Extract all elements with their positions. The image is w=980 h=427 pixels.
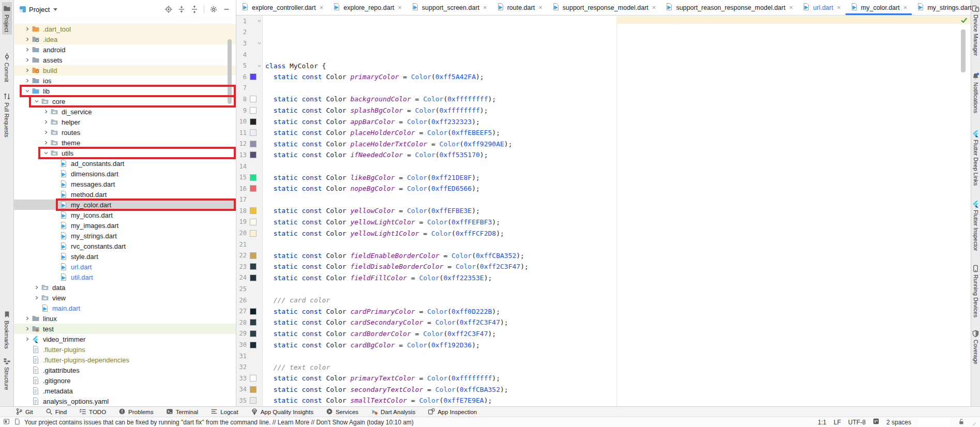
tree-item-linux[interactable]: linux [14,313,236,324]
inspection-ok-check-icon[interactable] [960,17,968,25]
tree-item-dimensions-dart[interactable]: dimensions.dart [14,169,236,179]
tree-item-utils[interactable]: utils [14,148,236,158]
color-preview-swatch[interactable] [250,129,257,136]
chevron-down-icon[interactable] [23,87,32,95]
chevron-right-icon[interactable] [23,45,32,54]
tree-item-my-images-dart[interactable]: my_images.dart [14,220,236,231]
chevron-right-icon[interactable] [33,283,41,292]
chevron-down-icon[interactable] [53,8,57,11]
tree-item-gitignore[interactable]: .gitignore [14,375,236,386]
color-preview-swatch[interactable] [250,73,257,80]
editor-info-icon[interactable] [873,418,879,426]
tool-strip-item-project[interactable]: Project [2,2,12,35]
tree-item-lib[interactable]: lib [14,86,236,96]
tree-item-dart-tool[interactable]: .dart_tool [14,24,236,34]
collapse-all-icon[interactable] [176,4,187,14]
tree-item-main-dart[interactable]: main.dart [14,303,236,313]
tree-item-url-dart[interactable]: url.dart [14,262,236,272]
chevron-right-icon[interactable] [42,108,50,116]
tree-item-helper[interactable]: helper [14,117,236,127]
tree-item-idea[interactable]: .idea [14,34,236,44]
color-preview-swatch[interactable] [250,263,257,270]
color-preview-swatch[interactable] [250,308,257,315]
line-ending[interactable]: LF [834,419,841,426]
tool-strip-item-coverage[interactable]: Coverage [971,327,980,367]
chevron-down-icon[interactable] [33,97,41,105]
color-preview-swatch[interactable] [250,151,257,158]
tool-strip-item-bookmarks[interactable]: Bookmarks [2,308,12,352]
tool-window-button-terminal[interactable]: Terminal [166,408,198,416]
tree-item-messages-dart[interactable]: messages.dart [14,179,236,189]
color-preview-swatch[interactable] [250,330,257,337]
tool-strip-item-flutter-inspector[interactable]: Flutter Inspector [971,197,980,253]
editor-scrollbar[interactable] [961,29,966,72]
tree-item-analysis-options-yaml[interactable]: analysis_options.yaml [14,396,236,406]
project-panel-title[interactable]: Project [29,6,50,13]
close-icon[interactable]: × [483,4,487,11]
chevron-right-icon[interactable] [42,139,50,147]
chevron-right-icon[interactable] [42,128,50,136]
learn-more-link[interactable]: Learn More [278,419,309,426]
resize-grip[interactable] [972,420,977,425]
chevron-right-icon[interactable] [23,66,32,74]
tree-item-gitattributes[interactable]: .gitattributes [14,365,236,375]
tree-item-assets[interactable]: assets [14,55,236,65]
chevron-right-icon[interactable] [23,314,32,323]
color-preview-swatch[interactable] [250,207,257,214]
tool-window-button-services[interactable]: Services [326,408,358,416]
settings-icon[interactable] [208,4,219,14]
tree-item-ios[interactable]: ios [14,75,236,86]
color-preview-swatch[interactable] [250,141,257,147]
tree-item-routes[interactable]: routes [14,127,236,138]
tree-item-video-trimmer[interactable]: video_trimmer [14,334,236,344]
color-preview-swatch[interactable] [250,397,257,404]
close-icon[interactable]: × [837,4,841,11]
tool-strip-item-commit[interactable]: Commit [2,50,12,85]
tool-window-button-app-inspection[interactable]: App Inspection [428,408,477,416]
tab-url-dart[interactable]: url.dart× [797,0,846,15]
color-preview-swatch[interactable] [250,185,257,192]
tab-my-color-dart[interactable]: my_color.dart× [846,0,912,15]
close-icon[interactable]: × [398,4,402,11]
expand-all-icon[interactable] [189,4,200,14]
close-icon[interactable]: × [789,4,793,11]
hide-icon[interactable] [221,4,232,14]
tree-item-theme[interactable]: theme [14,138,236,148]
editor[interactable]: 1234567891011121314151617181920212223242… [236,16,971,406]
tab-explore-controller-dart[interactable]: explore_controller.dart× [236,0,328,15]
tab-support-screen-dart[interactable]: support_screen.dart× [406,0,492,15]
tool-window-button-problems[interactable]: Problems [118,408,154,416]
caret-position[interactable]: 1:1 [818,419,826,426]
tree-item-di-service[interactable]: di_service [14,106,236,117]
color-preview-swatch[interactable] [250,107,257,114]
color-preview-swatch[interactable] [250,274,257,281]
close-icon[interactable]: × [320,4,324,11]
chevron-right-icon[interactable] [42,118,50,126]
chevron-right-icon[interactable] [23,25,32,33]
chevron-right-icon[interactable] [23,35,32,43]
tool-window-button-git[interactable]: Git [16,408,33,416]
tree-item-flutter-plugins[interactable]: .flutter-plugins [14,344,236,355]
chevron-right-icon[interactable] [23,56,32,64]
close-icon[interactable]: × [538,4,542,11]
chevron-right-icon[interactable] [23,77,32,85]
tree-item-metadata[interactable]: .metadata [14,386,236,396]
color-preview-swatch[interactable] [250,386,257,393]
close-icon[interactable]: × [975,4,979,11]
color-preview-swatch[interactable] [250,118,257,125]
tool-strip-item-notifications[interactable]: Notifications [971,70,980,116]
tool-window-button-todo[interactable]: TODO [79,408,106,416]
tab-support-response-model-dart[interactable]: support_response_model.dart× [547,0,661,15]
tree-item-method-dart[interactable]: method.dart [14,189,236,200]
lock-icon[interactable] [958,418,964,426]
locate-icon[interactable] [163,4,174,14]
tree-item-util-dart[interactable]: util.dart [14,272,236,282]
tool-strip-item-flutter-deep-links[interactable]: Flutter Deep Links [971,127,980,188]
chevron-right-icon[interactable] [23,325,32,333]
tool-window-button-find[interactable]: Find [46,408,67,416]
tab-support-reason-response-model-dart[interactable]: support_reason_response_model.dart× [660,0,797,15]
color-preview-swatch[interactable] [250,219,257,225]
close-icon[interactable]: × [903,4,908,11]
tab-route-dart[interactable]: route.dart× [492,0,547,15]
encoding[interactable]: UTF-8 [848,419,866,426]
